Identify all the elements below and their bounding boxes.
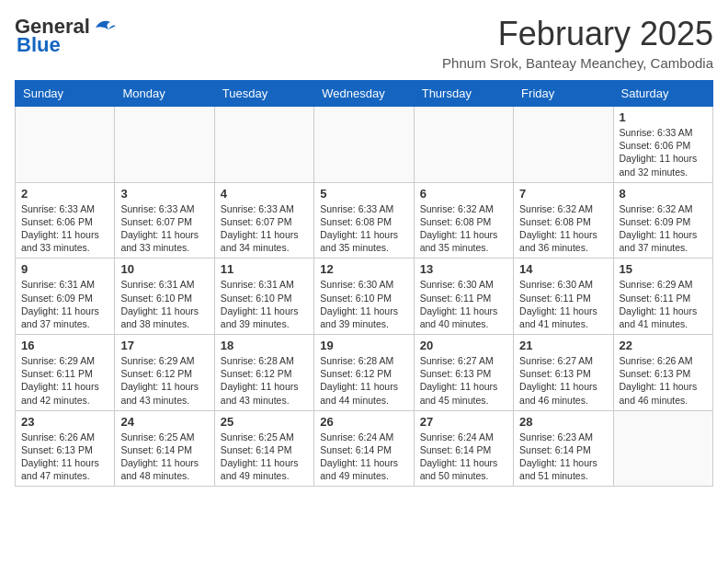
page-header: General Blue February 2025 Phnum Srok, B…: [15, 15, 713, 71]
day-info: Sunrise: 6:28 AM Sunset: 6:12 PM Dayligh…: [320, 354, 407, 407]
weekday-header-tuesday: Tuesday: [214, 81, 313, 107]
calendar-cell: 16Sunrise: 6:29 AM Sunset: 6:11 PM Dayli…: [16, 335, 115, 411]
day-number: 11: [221, 262, 308, 276]
day-info: Sunrise: 6:31 AM Sunset: 6:09 PM Dayligh…: [21, 278, 108, 330]
weekday-header-friday: Friday: [514, 81, 613, 107]
day-info: Sunrise: 6:29 AM Sunset: 6:11 PM Dayligh…: [21, 354, 108, 407]
week-row-2: 2Sunrise: 6:33 AM Sunset: 6:06 PM Daylig…: [16, 182, 713, 259]
calendar-cell: [314, 107, 414, 183]
day-info: Sunrise: 6:26 AM Sunset: 6:13 PM Dayligh…: [21, 431, 108, 483]
calendar-cell: [16, 107, 115, 183]
calendar-cell: [514, 107, 613, 183]
calendar-cell: 12Sunrise: 6:30 AM Sunset: 6:10 PM Dayli…: [314, 259, 414, 335]
day-number: 27: [420, 415, 507, 429]
calendar-cell: 2Sunrise: 6:33 AM Sunset: 6:06 PM Daylig…: [16, 182, 115, 259]
day-number: 26: [320, 415, 407, 429]
day-info: Sunrise: 6:32 AM Sunset: 6:08 PM Dayligh…: [420, 202, 507, 255]
calendar-cell: 26Sunrise: 6:24 AM Sunset: 6:14 PM Dayli…: [314, 410, 414, 487]
day-number: 9: [21, 262, 108, 276]
day-info: Sunrise: 6:30 AM Sunset: 6:10 PM Dayligh…: [320, 278, 407, 330]
day-number: 1: [620, 110, 707, 124]
weekday-header-sunday: Sunday: [16, 81, 115, 107]
logo-blue: Blue: [17, 33, 61, 57]
calendar-cell: 22Sunrise: 6:26 AM Sunset: 6:13 PM Dayli…: [613, 335, 712, 411]
calendar-cell: 6Sunrise: 6:32 AM Sunset: 6:08 PM Daylig…: [414, 182, 513, 259]
day-number: 16: [21, 339, 108, 352]
week-row-4: 16Sunrise: 6:29 AM Sunset: 6:11 PM Dayli…: [16, 335, 713, 411]
day-number: 28: [519, 415, 607, 429]
calendar-cell: 8Sunrise: 6:32 AM Sunset: 6:09 PM Daylig…: [613, 182, 712, 259]
calendar-cell: [115, 107, 214, 183]
weekday-header-wednesday: Wednesday: [314, 81, 414, 107]
calendar-cell: 14Sunrise: 6:30 AM Sunset: 6:11 PM Dayli…: [514, 259, 613, 335]
day-number: 5: [320, 187, 407, 201]
day-info: Sunrise: 6:33 AM Sunset: 6:06 PM Dayligh…: [21, 202, 108, 255]
day-info: Sunrise: 6:33 AM Sunset: 6:07 PM Dayligh…: [221, 202, 308, 255]
day-number: 13: [420, 262, 507, 276]
calendar-cell: 9Sunrise: 6:31 AM Sunset: 6:09 PM Daylig…: [16, 259, 115, 335]
day-info: Sunrise: 6:28 AM Sunset: 6:12 PM Dayligh…: [221, 354, 308, 407]
day-number: 6: [420, 187, 507, 201]
calendar-cell: 11Sunrise: 6:31 AM Sunset: 6:10 PM Dayli…: [214, 259, 313, 335]
calendar-cell: [613, 410, 712, 487]
day-info: Sunrise: 6:24 AM Sunset: 6:14 PM Dayligh…: [420, 431, 507, 483]
day-info: Sunrise: 6:23 AM Sunset: 6:14 PM Dayligh…: [519, 431, 607, 483]
week-row-5: 23Sunrise: 6:26 AM Sunset: 6:13 PM Dayli…: [16, 410, 713, 487]
day-number: 2: [21, 187, 108, 201]
calendar-table: SundayMondayTuesdayWednesdayThursdayFrid…: [15, 80, 713, 487]
day-number: 21: [519, 339, 607, 352]
month-title: February 2025: [442, 15, 713, 53]
week-row-1: 1Sunrise: 6:33 AM Sunset: 6:06 PM Daylig…: [16, 107, 713, 183]
day-info: Sunrise: 6:31 AM Sunset: 6:10 PM Dayligh…: [120, 278, 208, 330]
day-info: Sunrise: 6:27 AM Sunset: 6:13 PM Dayligh…: [519, 354, 607, 407]
day-number: 4: [221, 187, 308, 201]
day-number: 17: [120, 339, 208, 352]
day-info: Sunrise: 6:27 AM Sunset: 6:13 PM Dayligh…: [420, 354, 507, 407]
day-number: 24: [120, 415, 208, 429]
location-title: Phnum Srok, Banteay Meanchey, Cambodia: [442, 55, 713, 71]
calendar-cell: 10Sunrise: 6:31 AM Sunset: 6:10 PM Dayli…: [115, 259, 214, 335]
day-info: Sunrise: 6:32 AM Sunset: 6:08 PM Dayligh…: [519, 202, 607, 255]
day-number: 20: [420, 339, 507, 352]
calendar-cell: 28Sunrise: 6:23 AM Sunset: 6:14 PM Dayli…: [514, 410, 613, 487]
day-info: Sunrise: 6:25 AM Sunset: 6:14 PM Dayligh…: [221, 431, 308, 483]
calendar-cell: 4Sunrise: 6:33 AM Sunset: 6:07 PM Daylig…: [214, 182, 313, 259]
weekday-header-thursday: Thursday: [414, 81, 513, 107]
calendar-cell: 18Sunrise: 6:28 AM Sunset: 6:12 PM Dayli…: [214, 335, 313, 411]
calendar-cell: 24Sunrise: 6:25 AM Sunset: 6:14 PM Dayli…: [115, 410, 214, 487]
weekday-header-row: SundayMondayTuesdayWednesdayThursdayFrid…: [16, 81, 713, 107]
day-info: Sunrise: 6:24 AM Sunset: 6:14 PM Dayligh…: [320, 431, 407, 483]
week-row-3: 9Sunrise: 6:31 AM Sunset: 6:09 PM Daylig…: [16, 259, 713, 335]
day-info: Sunrise: 6:25 AM Sunset: 6:14 PM Dayligh…: [120, 431, 208, 483]
day-info: Sunrise: 6:33 AM Sunset: 6:07 PM Dayligh…: [120, 202, 208, 255]
day-number: 23: [21, 415, 108, 429]
calendar-cell: [414, 107, 513, 183]
day-info: Sunrise: 6:29 AM Sunset: 6:11 PM Dayligh…: [620, 278, 707, 330]
day-number: 25: [221, 415, 308, 429]
weekday-header-monday: Monday: [115, 81, 214, 107]
day-number: 10: [120, 262, 208, 276]
day-number: 12: [320, 262, 407, 276]
day-info: Sunrise: 6:33 AM Sunset: 6:08 PM Dayligh…: [320, 202, 407, 255]
calendar-cell: 21Sunrise: 6:27 AM Sunset: 6:13 PM Dayli…: [514, 335, 613, 411]
calendar-cell: 23Sunrise: 6:26 AM Sunset: 6:13 PM Dayli…: [16, 410, 115, 487]
logo: General Blue: [15, 15, 118, 57]
day-number: 18: [221, 339, 308, 352]
day-number: 15: [620, 262, 707, 276]
calendar-cell: [214, 107, 313, 183]
day-info: Sunrise: 6:31 AM Sunset: 6:10 PM Dayligh…: [221, 278, 308, 330]
calendar-cell: 17Sunrise: 6:29 AM Sunset: 6:12 PM Dayli…: [115, 335, 214, 411]
day-number: 19: [320, 339, 407, 352]
weekday-header-saturday: Saturday: [613, 81, 712, 107]
day-info: Sunrise: 6:32 AM Sunset: 6:09 PM Dayligh…: [620, 202, 707, 255]
title-area: February 2025 Phnum Srok, Banteay Meanch…: [442, 15, 713, 71]
calendar-cell: 20Sunrise: 6:27 AM Sunset: 6:13 PM Dayli…: [414, 335, 513, 411]
calendar-cell: 15Sunrise: 6:29 AM Sunset: 6:11 PM Dayli…: [613, 259, 712, 335]
calendar-cell: 5Sunrise: 6:33 AM Sunset: 6:08 PM Daylig…: [314, 182, 414, 259]
day-number: 8: [620, 187, 707, 201]
calendar-cell: 13Sunrise: 6:30 AM Sunset: 6:11 PM Dayli…: [414, 259, 513, 335]
day-number: 14: [519, 262, 607, 276]
calendar-cell: 7Sunrise: 6:32 AM Sunset: 6:08 PM Daylig…: [514, 182, 613, 259]
day-info: Sunrise: 6:30 AM Sunset: 6:11 PM Dayligh…: [420, 278, 507, 330]
day-number: 3: [120, 187, 208, 201]
